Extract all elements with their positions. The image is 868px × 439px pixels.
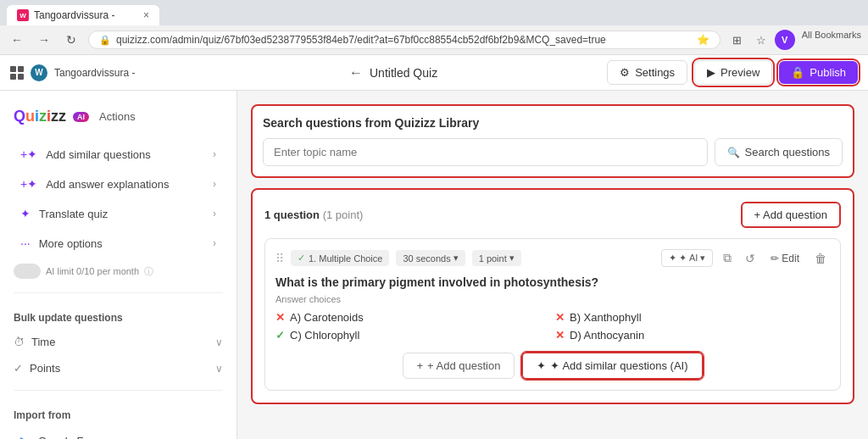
answer-d-text: D) Anthocyanin [570, 329, 644, 342]
publish-btn[interactable]: 🔒 Publish [779, 61, 858, 84]
check-icon: ✓ [298, 253, 305, 264]
sidebar-item-add-similar[interactable]: +✦ Add similar questions › [7, 140, 230, 169]
app-actions: ⚙ Settings ▶ Preview 🔒 Publish [607, 60, 858, 85]
extensions-btn[interactable]: ⊞ [727, 30, 748, 50]
import-item-label: Google Forms [38, 435, 213, 440]
delete-btn[interactable]: 🗑 [811, 250, 830, 267]
back-nav-btn[interactable]: ← [7, 30, 27, 50]
add-question-inline-btn[interactable]: + + Add question [403, 353, 515, 379]
sidebar: Quizizz AI Actions +✦ Add similar questi… [0, 91, 237, 439]
quizizz-logo: Quizizz [14, 108, 66, 125]
chevron-right-icon: › [213, 237, 216, 249]
browser-tabs: W Tangoardvissura - × [0, 0, 868, 25]
answer-a-indicator: ✕ [275, 311, 285, 324]
chevron-down-icon: ∨ [215, 363, 223, 375]
refresh-btn[interactable]: ↻ [61, 30, 81, 50]
bulk-item-label: Time [31, 336, 215, 348]
tab-label: Tangoardvissura - [34, 9, 114, 21]
bookmark-star-btn[interactable]: ☆ [751, 30, 771, 50]
add-similar-icon: +✦ [20, 147, 37, 161]
points-select[interactable]: 1 point ▾ [472, 250, 521, 266]
preview-label: Preview [721, 66, 760, 79]
answer-item-a: ✕ A) Carotenoids [275, 311, 550, 324]
time-dropdown-icon: ▾ [453, 253, 459, 264]
translate-icon: ✦ [20, 207, 31, 220]
address-text: quizizz.com/admin/quiz/67bf03ed523877955… [116, 34, 692, 46]
browser-tab[interactable]: W Tangoardvissura - × [7, 5, 159, 25]
duplicate-btn[interactable]: ⧉ [720, 249, 735, 267]
add-similar-ai-icon: ✦ [537, 359, 546, 372]
profile-btn[interactable]: V [775, 30, 795, 50]
search-icon: 🔍 [727, 147, 740, 158]
page-title: Untitled Quiz [370, 66, 437, 80]
settings-btn[interactable]: ⚙ Settings [607, 60, 687, 85]
search-btn[interactable]: 🔍 Search questions [715, 138, 843, 166]
browser-bar: ← → ↻ 🔒 quizizz.com/admin/quiz/67bf03ed5… [0, 25, 868, 54]
google-forms-icon: ▶ [20, 434, 30, 439]
sidebar-item-label: Add similar questions [46, 148, 213, 161]
ai-limit-toggle[interactable] [14, 264, 41, 279]
sidebar-item-label: More options [39, 237, 213, 250]
import-section-header: Import from [0, 399, 236, 426]
question-card: ⠿ ✓ 1. Multiple Choice 30 seconds ▾ 1 po… [264, 238, 841, 391]
points-value: 1 point [479, 253, 507, 264]
card-actions: + + Add question ✦ ✦ Add similar questio… [275, 352, 830, 380]
bulk-points-item[interactable]: ✓ Points ∨ [0, 355, 236, 381]
edit-label: Edit [782, 253, 799, 264]
edit-btn[interactable]: ✏ Edit [765, 251, 804, 266]
sidebar-logo: Quizizz AI Actions [0, 101, 236, 139]
more-options-icon: ··· [20, 236, 31, 250]
time-badge[interactable]: 30 seconds ▾ [396, 250, 465, 266]
time-icon: ⏱ [14, 336, 25, 348]
settings-icon: ⚙ [620, 66, 630, 79]
tab-close-btn[interactable]: × [143, 9, 149, 21]
bulk-time-item[interactable]: ⏱ Time ∨ [0, 329, 236, 355]
add-similar-ai-btn[interactable]: ✦ ✦ Add similar questions (AI) [521, 352, 703, 380]
sidebar-item-add-explanations[interactable]: +✦ Add answer explanations › [7, 169, 230, 198]
bookmarks-label: All Bookmarks [802, 30, 861, 50]
actions-label: Actions [99, 110, 136, 123]
question-text: What is the primary pigment involved in … [275, 275, 830, 289]
browser-chrome: W Tangoardvissura - × ← → ↻ 🔒 quizizz.co… [0, 0, 868, 55]
sidebar-item-translate[interactable]: ✦ Translate quiz › [7, 199, 230, 228]
add-question-header-btn[interactable]: + Add question [741, 202, 841, 228]
points-dropdown-icon: ▾ [509, 253, 515, 264]
answer-item-c: ✓ C) Chlorophyll [275, 329, 550, 342]
info-icon[interactable]: ⓘ [144, 265, 153, 278]
ai-label: ✦ AI [679, 253, 698, 264]
add-similar-ai-label: ✦ Add similar questions (AI) [550, 359, 687, 372]
add-question-label: + Add question [754, 208, 827, 221]
undo-btn[interactable]: ↺ [742, 250, 759, 267]
preview-btn[interactable]: ▶ Preview [694, 60, 772, 85]
main-layout: Quizizz AI Actions +✦ Add similar questi… [0, 91, 868, 439]
browser-actions: ⊞ ☆ V All Bookmarks [727, 30, 861, 50]
answer-c-text: C) Chlorophyll [290, 329, 359, 342]
app-center: ← Untitled Quiz [180, 65, 607, 81]
address-bar[interactable]: 🔒 quizizz.com/admin/quiz/67bf03ed5238779… [88, 31, 721, 49]
time-value: 30 seconds [403, 253, 450, 264]
search-input[interactable] [263, 138, 708, 166]
answer-b-indicator: ✕ [555, 311, 565, 324]
app-topbar: W Tangoardvissura - ← Untitled Quiz ⚙ Se… [0, 55, 868, 91]
answer-item-d: ✕ D) Anthocyanin [555, 329, 830, 342]
answer-item-b: ✕ B) Xanthophyll [555, 311, 830, 324]
question-type-badge: ✓ 1. Multiple Choice [291, 250, 389, 266]
import-google-forms[interactable]: ▶ Google Forms › [7, 427, 230, 439]
search-input-row: 🔍 Search questions [263, 138, 843, 166]
chevron-down-icon: ∨ [215, 336, 223, 348]
publish-icon: 🔒 [791, 66, 804, 79]
points-badge: (1 point) [323, 208, 364, 221]
forward-nav-btn[interactable]: → [34, 30, 54, 50]
ai-btn[interactable]: ✦ ✦ AI ▾ [661, 249, 713, 267]
sidebar-item-more-options[interactable]: ··· More options › [7, 229, 230, 258]
wp-icon: W [31, 64, 47, 81]
grid-icon[interactable] [10, 66, 24, 80]
back-btn[interactable]: ← [349, 65, 363, 81]
app-logo-area: W Tangoardvissura - [10, 64, 180, 81]
answer-choices-label: Answer choices [275, 294, 830, 304]
search-box: Search questions from Quizizz Library 🔍 … [251, 104, 854, 178]
edit-pencil-icon: ✏ [771, 253, 779, 264]
sidebar-item-label: Translate quiz [39, 208, 213, 220]
question-count: 1 question [264, 208, 320, 221]
drag-handle-icon[interactable]: ⠿ [275, 252, 284, 265]
